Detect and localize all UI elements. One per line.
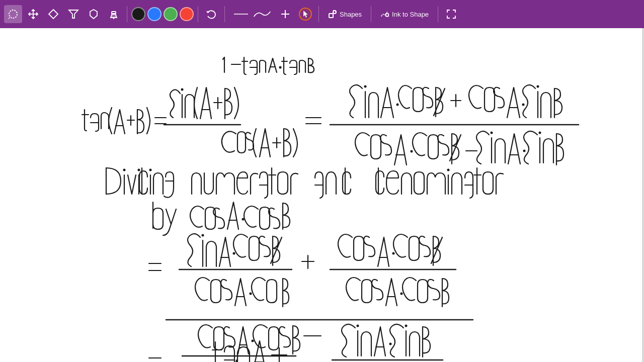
divider-6	[438, 6, 438, 22]
svg-point-97	[357, 325, 359, 327]
svg-point-88	[400, 293, 403, 295]
pen-tool[interactable]	[85, 5, 103, 23]
svg-point-0	[9, 10, 17, 18]
color-blue[interactable]	[147, 7, 162, 21]
svg-point-58	[539, 132, 541, 134]
whiteboard[interactable]: .hw { fill: none; stroke: #1a1a1a; strok…	[0, 28, 644, 362]
line-options	[232, 5, 271, 23]
diamond-tool[interactable]	[44, 5, 62, 23]
svg-point-74	[202, 234, 204, 237]
color-green[interactable]	[164, 7, 178, 21]
ink-to-shape-button[interactable]: Ink to Shape	[375, 8, 434, 21]
svg-point-50	[411, 150, 413, 153]
svg-marker-4	[49, 10, 58, 19]
divider-4	[318, 6, 319, 22]
highlighter-tool[interactable]	[105, 5, 123, 23]
svg-point-27	[181, 88, 184, 91]
plus-button[interactable]	[276, 5, 294, 23]
line-thin-option[interactable]	[232, 5, 250, 23]
color-black[interactable]	[131, 7, 145, 21]
undo-button[interactable]	[202, 5, 220, 23]
svg-point-38	[364, 85, 367, 88]
divider-2	[198, 6, 198, 22]
svg-point-67	[447, 169, 450, 171]
svg-point-56	[523, 150, 526, 152]
svg-point-62	[138, 169, 140, 171]
svg-point-47	[537, 85, 539, 88]
svg-rect-6	[112, 12, 116, 14]
toolbar: Shapes Ink to Shape	[0, 0, 644, 28]
svg-rect-12	[329, 14, 333, 18]
svg-point-101	[405, 325, 408, 327]
divider-5	[371, 6, 371, 22]
svg-point-40	[396, 104, 399, 106]
shapes-button[interactable]: Shapes	[323, 8, 367, 21]
lasso-tool[interactable]	[4, 5, 22, 23]
svg-point-80	[250, 293, 252, 295]
svg-point-76	[233, 252, 235, 255]
svg-line-1	[9, 18, 10, 19]
svg-point-64	[149, 169, 152, 171]
svg-point-92	[252, 340, 254, 342]
svg-rect-14	[386, 14, 388, 16]
shapes-label: Shapes	[340, 11, 362, 18]
svg-point-54	[491, 132, 493, 134]
svg-marker-5	[69, 10, 78, 18]
filter-tool[interactable]	[64, 5, 83, 23]
color-red[interactable]	[180, 7, 194, 21]
cursor-tool[interactable]	[296, 5, 314, 23]
fullscreen-button[interactable]	[442, 5, 460, 23]
divider-3	[224, 6, 225, 22]
divider-1	[127, 6, 127, 22]
math-content: .hw { fill: none; stroke: #1a1a1a; strok…	[0, 28, 644, 362]
svg-point-60	[123, 169, 126, 171]
line-curved-option[interactable]	[253, 5, 271, 23]
svg-point-45	[522, 104, 525, 106]
svg-point-99	[389, 343, 392, 345]
svg-point-84	[392, 252, 395, 255]
svg-point-18	[279, 66, 282, 69]
canvas-area: .hw { fill: none; stroke: #1a1a1a; strok…	[0, 28, 644, 362]
move-tool[interactable]	[24, 5, 42, 23]
ink-to-shape-label: Ink to Shape	[392, 11, 429, 18]
